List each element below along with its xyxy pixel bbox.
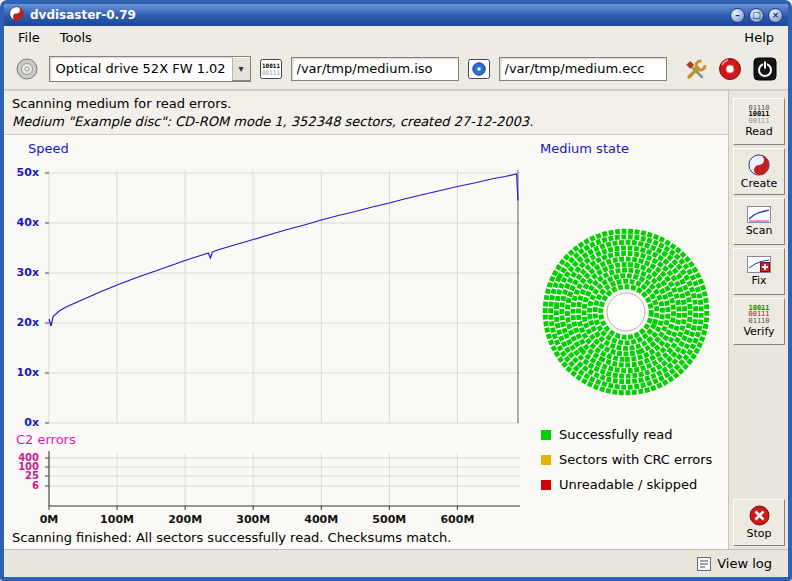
legend-item-unreadable: Unreadable / skipped [541, 477, 697, 492]
status-header: Scanning medium for read errors. Medium … [4, 90, 788, 134]
scan-button-label: Scan [746, 224, 773, 237]
chart-panel: Speed 0x10x20x30x40x50x C2 errors 400100… [4, 134, 728, 549]
c2-y-axis-labels: 400100256 [4, 449, 44, 511]
view-log-button[interactable]: View log [691, 554, 778, 573]
stop-button-label: Stop [746, 527, 771, 540]
read-button-label: Read [745, 125, 773, 138]
drive-selector[interactable]: Optical drive 52X FW 1.02 ▾ [49, 56, 251, 82]
drive-icon [15, 57, 39, 81]
scan-button[interactable]: Scan [733, 198, 785, 245]
legend-swatch-red [541, 480, 551, 490]
verify-button-label: Verify [743, 325, 774, 338]
titlebar[interactable]: dvdisaster-0.79 – □ × [4, 4, 788, 26]
about-button[interactable] [717, 54, 744, 84]
legend-item-crc: Sectors with CRC errors [541, 452, 712, 467]
fix-button-label: Fix [751, 274, 766, 287]
legend-label: Unreadable / skipped [559, 477, 697, 492]
stop-icon [749, 505, 770, 526]
binary-icon: 01110 10011 00111 [748, 105, 769, 125]
menu-help[interactable]: Help [736, 28, 782, 47]
menubar: File Tools Help [4, 26, 788, 48]
app-window: dvdisaster-0.79 – □ × File Tools Help Op… [0, 0, 792, 581]
svg-text:00111: 00111 [261, 69, 279, 76]
scan-result-text: Scanning finished: All sectors successfu… [12, 530, 451, 545]
stop-button[interactable]: Stop [733, 499, 785, 546]
legend-item-success: Successfully read [541, 427, 672, 442]
ecc-path-input[interactable] [499, 57, 667, 81]
minimize-button[interactable]: – [730, 8, 745, 23]
speed-y-axis-labels: 0x10x20x30x40x50x [4, 158, 44, 424]
quit-button[interactable] [752, 54, 779, 84]
maximize-button[interactable]: □ [749, 8, 764, 23]
menu-file[interactable]: File [10, 28, 48, 47]
iso-file-icon: 10011 00111 [259, 58, 283, 80]
toolbar: Optical drive 52X FW 1.02 ▾ 10011 00111 [4, 48, 788, 90]
svg-text:10011: 10011 [261, 61, 279, 68]
medium-state-title: Medium state [540, 141, 629, 156]
app-icon [9, 6, 24, 24]
wrench-icon [684, 57, 708, 81]
action-sidebar: 01110 10011 00111 Read Create Scan [728, 90, 788, 549]
chevron-down-icon: ▾ [232, 57, 250, 81]
close-button[interactable]: × [768, 8, 783, 23]
iso-path-input[interactable] [291, 57, 459, 81]
status-line-2: Medium "Example disc": CD-ROM mode 1, 35… [12, 114, 780, 129]
legend-label: Successfully read [559, 427, 672, 442]
create-button[interactable]: Create [733, 148, 785, 195]
fix-button[interactable]: Fix [733, 248, 785, 295]
c2-chart-plot [49, 449, 520, 511]
preferences-button[interactable] [683, 54, 710, 84]
medium-state-disc [537, 223, 715, 401]
verify-button[interactable]: 10011 00111 01110 Verify [733, 298, 785, 345]
legend-swatch-yellow [541, 455, 551, 465]
scan-chart-icon [747, 206, 771, 223]
speed-chart-plot [49, 158, 520, 423]
fix-icon [747, 256, 771, 273]
read-button[interactable]: 01110 10011 00111 Read [733, 98, 785, 145]
window-title: dvdisaster-0.79 [30, 8, 136, 22]
drive-eject-button[interactable] [14, 54, 41, 84]
x-axis-labels: 0M100M200M300M400M500M600M [49, 513, 520, 527]
legend-swatch-green [541, 430, 551, 440]
ecc-file-icon [467, 58, 491, 80]
drive-selector-value: Optical drive 52X FW 1.02 [50, 57, 232, 81]
bottom-bar: View log [4, 549, 788, 577]
c2-chart-title: C2 errors [16, 432, 76, 447]
menu-tools[interactable]: Tools [52, 28, 100, 47]
create-button-label: Create [741, 177, 778, 190]
log-icon [697, 557, 711, 571]
legend-label: Sectors with CRC errors [559, 452, 712, 467]
power-icon [753, 57, 777, 81]
speed-chart-title: Speed [28, 141, 69, 156]
red-disc-icon [718, 57, 742, 81]
status-line-1: Scanning medium for read errors. [12, 96, 780, 111]
verify-binary-icon: 10011 00111 01110 [748, 305, 769, 325]
view-log-label: View log [717, 556, 772, 571]
yin-yang-icon [748, 154, 770, 176]
